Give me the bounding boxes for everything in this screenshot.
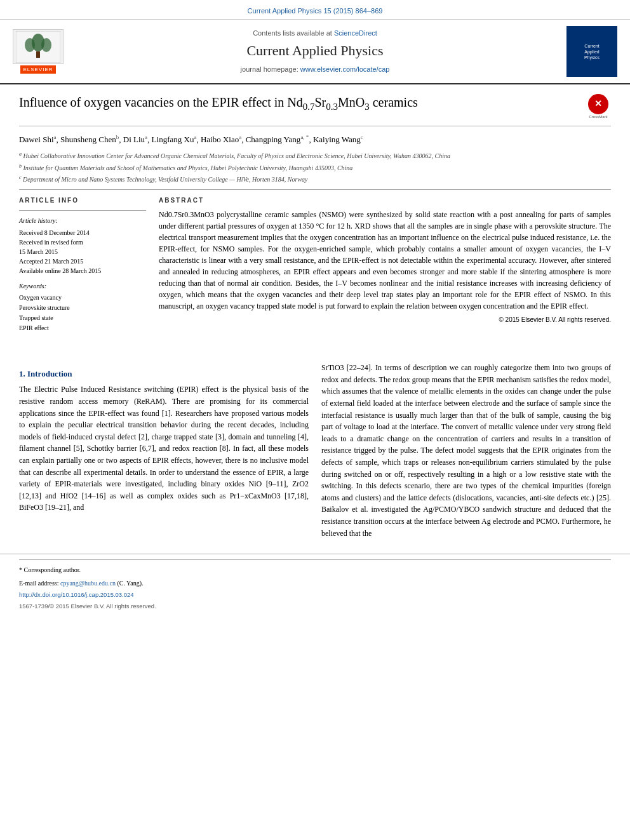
sciencedirect-anchor[interactable]: ScienceDirect bbox=[334, 29, 377, 37]
keywords-label: Keywords: bbox=[19, 282, 146, 291]
footer-divider bbox=[19, 559, 611, 560]
available-online-date: Available online 28 March 2015 bbox=[19, 266, 146, 276]
crossmark-label: CrossMark bbox=[589, 114, 607, 119]
contents-prefix: Contents lists available at bbox=[253, 29, 332, 37]
affiliations-block: a Hubei Collaborative Innovation Center … bbox=[19, 150, 611, 184]
article-info-label: ARTICLE INFO bbox=[19, 196, 146, 205]
copyright-notice: © 2015 Elsevier B.V. All rights reserved… bbox=[159, 316, 611, 324]
footer-issn: 1567-1739/© 2015 Elsevier B.V. All right… bbox=[19, 602, 611, 610]
received-date: Received 8 December 2014 bbox=[19, 228, 146, 237]
email-note: E-mail address: cpyang@hubu.edu.cn (C. Y… bbox=[19, 578, 611, 588]
history-label: Article history: bbox=[19, 216, 146, 226]
article-title: Influence of oxygen vacancies on the EPI… bbox=[19, 94, 579, 114]
elsevier-branding: ELSEVIER bbox=[13, 29, 64, 74]
page: Current Applied Physics 15 (2015) 864–86… bbox=[0, 0, 630, 840]
journal-header: ELSEVIER Contents lists available at Sci… bbox=[0, 20, 630, 84]
title-section: Influence of oxygen vacancies on the EPI… bbox=[19, 94, 611, 126]
received-revised-label: Received in revised form bbox=[19, 237, 146, 247]
abstract-label: ABSTRACT bbox=[159, 196, 611, 205]
homepage-link[interactable]: www.elsevier.com/locate/cap bbox=[300, 65, 390, 73]
intro-paragraph-1: The Electric Pulse Induced Resistance sw… bbox=[19, 383, 309, 514]
svg-point-3 bbox=[41, 38, 51, 52]
section-1-title: 1. Introduction bbox=[19, 368, 309, 380]
info-abstract-section: ARTICLE INFO Article history: Received 8… bbox=[19, 189, 611, 333]
accepted-date: Accepted 21 March 2015 bbox=[19, 257, 146, 266]
svg-point-2 bbox=[25, 38, 35, 52]
journal-mini-logo: CurrentAppliedPhysics bbox=[566, 26, 617, 77]
corresponding-author-note: * Corresponding author. bbox=[19, 565, 611, 575]
intro-left-col: 1. Introduction The Electric Pulse Induc… bbox=[19, 362, 309, 544]
revised-date: 15 March 2015 bbox=[19, 247, 146, 257]
abstract-text: Nd0.7Sr0.3MnO3 polycrystalline ceramic s… bbox=[159, 209, 611, 312]
doi-link[interactable]: http://dx.doi.org/10.1016/j.cap.2015.03.… bbox=[19, 591, 134, 598]
article-info-col: ARTICLE INFO Article history: Received 8… bbox=[19, 196, 146, 333]
authors-line: Dawei Shia, Shunsheng Chenb, Di Liua, Li… bbox=[19, 133, 611, 147]
corresponding-label: * Corresponding author. bbox=[19, 566, 81, 573]
journal-citation-bar: Current Applied Physics 15 (2015) 864–86… bbox=[0, 0, 630, 20]
keyword-1: Oxygen vacancy bbox=[19, 293, 146, 303]
affiliation-c: c Department of Micro and Nano Systems T… bbox=[19, 174, 611, 184]
homepage-prefix: journal homepage: bbox=[241, 65, 298, 73]
intro-paragraph-2: SrTiO3 [22–24]. In terms of description … bbox=[321, 362, 611, 539]
svg-rect-4 bbox=[36, 51, 40, 58]
affiliation-b: b Institute for Quantum Materials and Sc… bbox=[19, 163, 611, 173]
keyword-4: EPIR effect bbox=[19, 323, 146, 333]
abstract-col: ABSTRACT Nd0.7Sr0.3MnO3 polycrystalline … bbox=[159, 196, 611, 333]
email-suffix: (C. Yang). bbox=[117, 580, 143, 587]
crossmark-icon: ✕ bbox=[588, 94, 608, 114]
sciencedirect-link: Contents lists available at ScienceDirec… bbox=[64, 29, 566, 38]
email-label: E-mail address: bbox=[19, 580, 58, 587]
article-history: Article history: Received 8 December 201… bbox=[19, 216, 146, 276]
article-main: Influence of oxygen vacancies on the EPI… bbox=[0, 84, 630, 356]
journal-name: Current Applied Physics bbox=[64, 41, 566, 61]
crossmark-badge[interactable]: ✕ CrossMark bbox=[586, 94, 611, 119]
author-email[interactable]: cpyang@hubu.edu.cn bbox=[60, 580, 116, 587]
intro-right-col: SrTiO3 [22–24]. In terms of description … bbox=[321, 362, 611, 544]
elsevier-logo: ELSEVIER bbox=[13, 29, 64, 74]
info-divider bbox=[19, 210, 146, 211]
keywords-section: Keywords: Oxygen vacancy Perovskite stru… bbox=[19, 282, 146, 333]
journal-citation: Current Applied Physics 15 (2015) 864–86… bbox=[248, 7, 383, 15]
journal-homepage-line: journal homepage: www.elsevier.com/locat… bbox=[64, 65, 566, 74]
introduction-section: 1. Introduction The Electric Pulse Induc… bbox=[0, 356, 630, 550]
keyword-3: Trapped state bbox=[19, 313, 146, 323]
affiliation-a: a Hubei Collaborative Innovation Center … bbox=[19, 150, 611, 161]
elsevier-logo-image bbox=[13, 29, 64, 64]
journal-title-block: Contents lists available at ScienceDirec… bbox=[64, 29, 566, 74]
footer-doi: http://dx.doi.org/10.1016/j.cap.2015.03.… bbox=[19, 590, 611, 599]
mini-logo-text: CurrentAppliedPhysics bbox=[582, 41, 602, 63]
keyword-2: Perovskite structure bbox=[19, 303, 146, 313]
elsevier-label: ELSEVIER bbox=[20, 65, 55, 74]
article-footer: * Corresponding author. E-mail address: … bbox=[0, 554, 630, 617]
